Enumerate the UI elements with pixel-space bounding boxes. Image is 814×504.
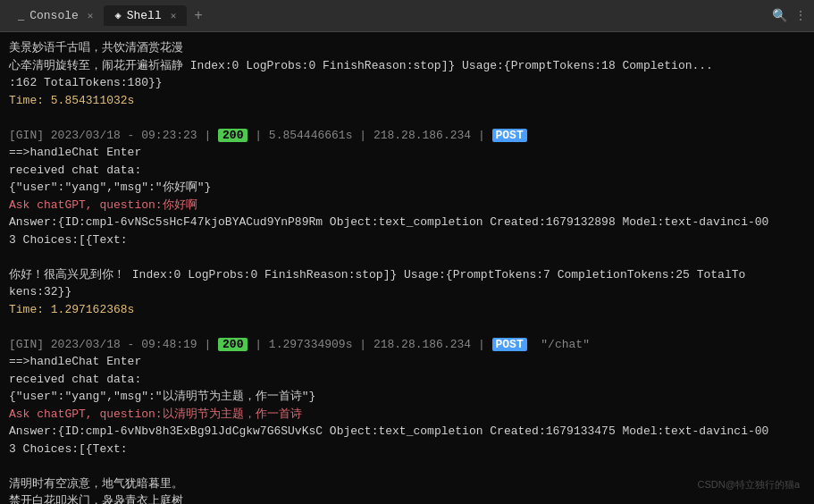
add-tab-button[interactable]: + — [187, 8, 210, 24]
terminal-wrapper: 美景妙语千古唱，共饮清酒赏花漫心牵清明旋转至，闹花开遍祈福静 Index:0 L… — [0, 32, 814, 504]
terminal-line: kens:32}} — [9, 283, 805, 301]
terminal-line: Ask chatGPT, question:你好啊 — [9, 197, 805, 214]
tab-console-label: Console — [29, 9, 79, 22]
terminal-line: {"user":"yang","msg":"你好啊"} — [9, 179, 805, 197]
terminal-line — [9, 109, 805, 127]
terminal-line: 美景妙语千古唱，共饮清酒赏花漫 — [9, 39, 805, 57]
title-bar-actions: 🔍 ⋮ — [772, 8, 807, 23]
tab-shell-label: Shell — [127, 9, 162, 22]
terminal-line: Ask chatGPT, question:以清明节为主题，作一首诗 — [9, 406, 805, 424]
search-icon[interactable]: 🔍 — [772, 8, 787, 23]
terminal-line: ==>handleChat Enter — [9, 144, 805, 162]
tab-shell[interactable]: ◈ Shell ✕ — [104, 5, 187, 26]
terminal-line — [9, 318, 805, 336]
tab-console[interactable]: _ Console ✕ — [7, 5, 104, 26]
terminal-line: 你好！很高兴见到你！ Index:0 LogProbs:0 FinishReas… — [9, 266, 805, 284]
terminal-line: Answer:{ID:cmpl-6vNbv8h3ExBg9lJdCgkw7G6S… — [9, 423, 805, 441]
more-options-icon[interactable]: ⋮ — [794, 8, 807, 23]
terminal-line: 3 Choices:[{Text: — [9, 231, 805, 249]
terminal-line: 3 Choices:[{Text: — [9, 441, 805, 458]
terminal-line: ==>handleChat Enter — [9, 353, 805, 371]
terminal-line: received chat data: — [9, 371, 805, 389]
terminal-line — [9, 248, 805, 266]
terminal-line: 心牵清明旋转至，闹花开遍祈福静 Index:0 LogProbs:0 Finis… — [9, 57, 805, 75]
shell-icon: ◈ — [114, 9, 121, 22]
terminal-line: 禁开白花叩米门，袅袅青衣上庭树 — [9, 492, 805, 504]
terminal-line: [GIN] 2023/03/18 - 09:48:19 | 200 | 1.29… — [9, 336, 805, 354]
title-bar: _ Console ✕ ◈ Shell ✕ + 🔍 ⋮ — [0, 0, 814, 32]
tab-console-close[interactable]: ✕ — [88, 10, 94, 21]
console-icon: _ — [18, 10, 24, 22]
terminal-line: received chat data: — [9, 162, 805, 180]
terminal[interactable]: 美景妙语千古唱，共饮清酒赏花漫心牵清明旋转至，闹花开遍祈福静 Index:0 L… — [0, 32, 814, 504]
terminal-line: :162 TotalTokens:180}} — [9, 74, 805, 92]
terminal-line: {"user":"yang","msg":"以清明节为主题，作一首诗"} — [9, 388, 805, 406]
tab-shell-close[interactable]: ✕ — [171, 10, 177, 21]
terminal-line: Answer:{ID:cmpl-6vNSc5sHcF47kjoBYACud9Yn… — [9, 214, 805, 231]
terminal-line: Time: 1.297162368s — [9, 301, 805, 319]
terminal-line: 清明时有空凉意，地气犹暗暮里。 — [9, 475, 805, 493]
terminal-line: [GIN] 2023/03/18 - 09:23:23 | 200 | 5.85… — [9, 127, 805, 145]
terminal-line — [9, 458, 805, 475]
terminal-line: Time: 5.854311032s — [9, 92, 805, 110]
